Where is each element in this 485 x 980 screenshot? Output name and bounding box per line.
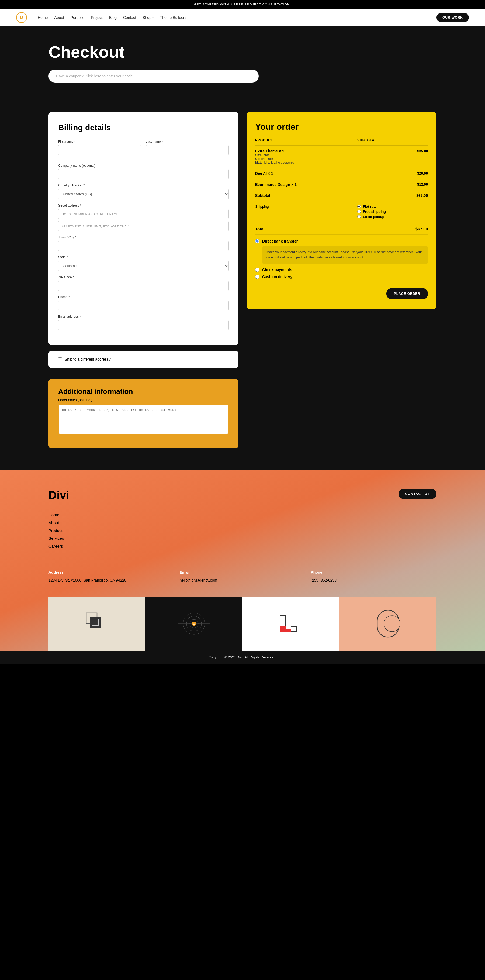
shipping-row: Shipping Flat rate Free shipping	[255, 201, 428, 223]
payment-check[interactable]: Check payments	[255, 267, 428, 272]
nav-about[interactable]: About	[54, 15, 64, 20]
ship-different-checkbox[interactable]	[58, 357, 62, 361]
first-name-input[interactable]	[58, 145, 141, 155]
header-left: D Home About Portfolio Project Blog Cont…	[16, 12, 187, 23]
nav-theme-builder[interactable]: Theme Builder	[160, 15, 187, 20]
squares-graphic	[81, 608, 113, 640]
nav-blog[interactable]: Blog	[109, 15, 117, 20]
additional-card: Additional information Order notes (opti…	[49, 379, 238, 448]
product-price: $35.00	[357, 146, 428, 168]
street-label: Street address *	[58, 204, 229, 207]
svg-point-15	[194, 615, 194, 616]
product-cell: Ecommerce Design × 1	[255, 179, 357, 190]
svg-point-16	[194, 614, 194, 614]
street-group: Street address *	[58, 204, 229, 231]
zip-label: ZIP Code *	[58, 275, 229, 279]
nav-project[interactable]: Project	[91, 15, 103, 20]
name-row: First name * Last name *	[58, 140, 229, 159]
footer-nav-product[interactable]: Product	[49, 528, 436, 533]
payment-check-radio[interactable]	[255, 267, 260, 272]
state-select[interactable]: California	[58, 261, 229, 271]
svg-point-13	[194, 618, 194, 619]
place-order-button[interactable]: PLACE ORDER	[387, 288, 428, 299]
subtotal-value: $67.00	[357, 190, 428, 201]
table-row: Extra Theme × 1 Size: small Color: black…	[255, 146, 428, 168]
svg-rect-21	[280, 626, 285, 632]
shipping-local-label: Local pickup	[363, 215, 384, 219]
footer-nav-about[interactable]: About	[49, 520, 436, 525]
street-input[interactable]	[58, 209, 229, 219]
shipping-free[interactable]: Free shipping	[357, 210, 428, 214]
footer: Divi CONTACT US Home About Product Servi…	[0, 470, 485, 651]
svg-point-12	[194, 619, 194, 620]
shipping-options: Flat rate Free shipping Local pickup	[357, 204, 428, 219]
shipping-local[interactable]: Local pickup	[357, 215, 428, 219]
footer-divider	[49, 562, 436, 562]
payment-section: Direct bank transfer Make your payment d…	[255, 239, 428, 284]
company-group: Company name (optional)	[58, 164, 229, 179]
email-link[interactable]: hello@diviagency.com	[180, 578, 217, 582]
shipping-flat-rate[interactable]: Flat rate	[357, 204, 428, 208]
nav-portfolio[interactable]: Portfolio	[71, 15, 84, 20]
shipping-local-radio[interactable]	[357, 215, 361, 218]
crescent-graphic	[372, 608, 404, 640]
apt-input[interactable]	[58, 221, 229, 231]
payment-cash-radio[interactable]	[255, 275, 260, 279]
company-label: Company name (optional)	[58, 164, 229, 167]
table-row: Ecommerce Design × 1 $12.00	[255, 179, 428, 190]
payment-direct-radio[interactable]	[255, 239, 260, 243]
bank-transfer-info: Make your payment directly into our bank…	[262, 246, 428, 264]
email-title: Email	[180, 570, 306, 574]
page-title: Checkout	[49, 42, 436, 62]
footer-graphics	[49, 597, 436, 651]
first-name-group: First name *	[58, 140, 141, 155]
company-input[interactable]	[58, 169, 229, 179]
footer-nav-home[interactable]: Home	[49, 512, 436, 517]
city-input[interactable]	[58, 241, 229, 251]
country-select[interactable]: United States (US)	[58, 189, 229, 199]
ship-different-label: Ship to a different address?	[65, 357, 111, 361]
country-group: Country / Region * United States (US)	[58, 183, 229, 199]
subtotal-row: Subtotal $67.00	[255, 190, 428, 201]
payment-check-label: Check payments	[262, 267, 292, 272]
contact-us-button[interactable]: CONTACT US	[398, 489, 436, 499]
checkout-body: Billing details First name * Last name *…	[0, 104, 485, 470]
barchart-graphic	[275, 608, 307, 640]
last-name-input[interactable]	[146, 145, 229, 155]
footer-nav-services[interactable]: Services	[49, 536, 436, 541]
billing-title: Billing details	[58, 123, 229, 132]
payment-cash[interactable]: Cash on delivery	[255, 275, 428, 279]
payment-cash-label: Cash on delivery	[262, 275, 292, 279]
header: D Home About Portfolio Project Blog Cont…	[0, 9, 485, 26]
city-label: Town / City *	[58, 235, 229, 239]
footer-top: Divi CONTACT US	[49, 489, 436, 502]
zip-input[interactable]	[58, 281, 229, 291]
footer-logo: Divi	[49, 489, 69, 502]
product-cell: Divi AI × 1	[255, 168, 357, 179]
shipping-free-radio[interactable]	[357, 210, 361, 213]
main-nav: Home About Portfolio Project Blog Contac…	[38, 15, 187, 20]
footer-nav-careers[interactable]: Careers	[49, 544, 436, 549]
email-group: Email address *	[58, 315, 229, 330]
footer-nav: Home About Product Services Careers	[49, 512, 436, 549]
email-input[interactable]	[58, 320, 229, 330]
order-title: Your order	[255, 122, 428, 132]
coupon-bar[interactable]: Have a coupon? Click here to enter your …	[49, 70, 259, 83]
logo[interactable]: D	[16, 12, 27, 23]
svg-point-17	[194, 612, 194, 613]
shipping-flat-radio[interactable]	[357, 205, 361, 208]
nav-home[interactable]: Home	[38, 15, 48, 20]
notes-textarea[interactable]	[58, 405, 229, 434]
state-group: State * California	[58, 255, 229, 271]
nav-contact[interactable]: Contact	[123, 15, 136, 20]
phone-input[interactable]	[58, 301, 229, 310]
billing-card: Billing details First name * Last name *…	[49, 112, 238, 345]
our-work-button[interactable]: OUR WORK	[436, 13, 469, 22]
col-subtotal: SUBTOTAL	[357, 138, 428, 146]
last-name-label: Last name *	[146, 140, 229, 143]
nav-shop[interactable]: Shop	[143, 15, 153, 20]
payment-direct-bank[interactable]: Direct bank transfer	[255, 239, 428, 243]
total-value: $67.00	[357, 223, 428, 235]
top-banner: GET STARTED WITH A FREE PROJECT CONSULTA…	[0, 0, 485, 9]
phone-label: Phone *	[58, 295, 229, 299]
